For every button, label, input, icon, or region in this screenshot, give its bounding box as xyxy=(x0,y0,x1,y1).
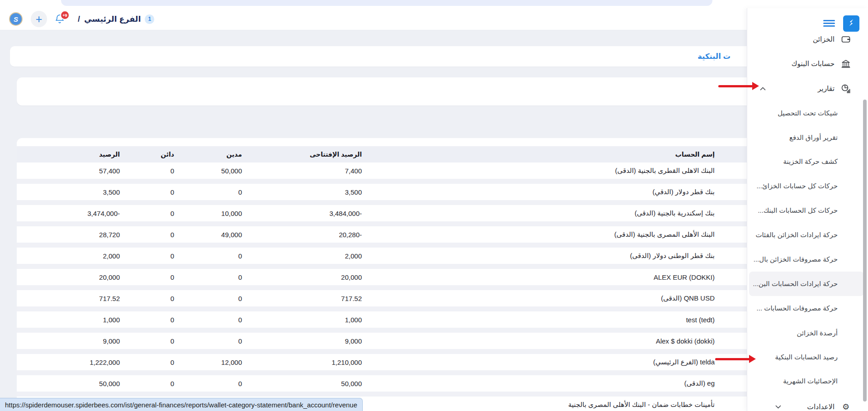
cell-account-name: test (tedt) xyxy=(362,316,754,324)
cell-opening-balance: 3,500 xyxy=(242,188,362,196)
cell-debit: 12,000 xyxy=(174,358,242,366)
cell-balance: 28,720 xyxy=(17,231,120,239)
sidebar-item-label: حسابات البنوك xyxy=(792,60,835,68)
table-row[interactable]: 1,222,000012,0001,210,000telda (الفرع ال… xyxy=(17,354,754,370)
breadcrumb-branch-label: الفرع الرئيسي xyxy=(84,14,141,24)
cell-opening-balance: 3,484,000- xyxy=(242,210,362,217)
cell-debit: 0 xyxy=(174,337,242,345)
chevron-down-icon xyxy=(775,405,781,409)
table-row[interactable]: 50,0000050,000eg (الدقى) xyxy=(17,375,754,392)
cell-debit: 0 xyxy=(174,188,242,196)
sidebar-item-14[interactable]: رصيد الحسابات البنكية xyxy=(747,345,868,369)
sidebar-item-2[interactable]: حسابات البنوك xyxy=(747,52,868,76)
cell-credit: 0 xyxy=(120,380,174,387)
branch-count-badge: 1 xyxy=(145,14,154,24)
sidebar-item-12[interactable]: حركة مصروفات الحسابات ... xyxy=(747,296,868,320)
sidebar-item-label: الاعدادات xyxy=(807,403,835,411)
cell-account-name: ALEX EUR (DOKKI) xyxy=(362,273,754,281)
bank-icon xyxy=(841,59,851,69)
sidebar-item-13[interactable]: أرصدة الخزائن xyxy=(747,321,868,345)
cell-opening-balance: 717.52 xyxy=(242,295,362,302)
column-header-opening-balance: الرصيد الإفتتاحى xyxy=(242,151,362,158)
cell-credit: 0 xyxy=(120,358,174,366)
sidebar-item-8[interactable]: حركات كل الحسابات البنك... xyxy=(747,198,868,223)
cell-debit: 0 xyxy=(174,252,242,260)
scrollbar-thumb[interactable] xyxy=(863,100,867,401)
table-row[interactable]: 2,000002,000بنك قطر الوطنى دولار (الدقى) xyxy=(17,248,754,264)
sidebar-item-label: الخزائن xyxy=(813,35,835,43)
table-row[interactable]: 20,0000020,000ALEX EUR (DOKKI) xyxy=(17,269,754,285)
sidebar-item-6[interactable]: كشف حركة الخزينة xyxy=(747,149,868,174)
cell-credit: 0 xyxy=(120,273,174,281)
column-header-debit: مدين xyxy=(174,151,242,158)
cell-account-name: telda (الفرع الرئيسي) xyxy=(362,358,754,366)
sidebar-item-label: تقرير أوراق الدفع xyxy=(789,134,838,142)
cell-credit: 0 xyxy=(120,231,174,239)
breadcrumb-separator: / xyxy=(78,14,80,24)
sidebar-item-16[interactable]: ⚙الاعدادات xyxy=(747,395,868,411)
sidebar-item-9[interactable]: حركة ايرادات الخزائن بالفئات xyxy=(747,223,868,247)
table-row[interactable]: 717.5200717.52QNB USD (الدقى) xyxy=(17,290,754,306)
cell-credit: 0 xyxy=(120,167,174,175)
sidebar-item-label: تقارير xyxy=(818,85,835,93)
table-row[interactable]: 3,474,000-010,0003,484,000-بنك إسكندرية … xyxy=(17,205,754,221)
table-row[interactable]: 3,500003,500بنك قطر دولار (الدقي) xyxy=(17,184,754,200)
cell-debit: 0 xyxy=(174,295,242,302)
cell-credit: 0 xyxy=(120,295,174,302)
notifications-badge: +9 xyxy=(60,10,70,20)
status-url-tooltip: https://spiderdemouser.spiderbees.com/is… xyxy=(0,398,363,411)
cell-balance: 50,000 xyxy=(17,380,120,387)
sidebar-item-7[interactable]: حركات كل حسابات الخزائ... xyxy=(747,174,868,198)
column-header-credit: دائن xyxy=(120,151,174,158)
cell-balance: 20,000 xyxy=(17,273,120,281)
sidebar-item-label: الإحصائيات الشهرية xyxy=(783,377,838,385)
cell-debit: 0 xyxy=(174,380,242,387)
add-button[interactable]: + xyxy=(31,11,47,27)
report-table-card: الرصيد دائن مدين الرصيد الإفتتاحى إسم ال… xyxy=(17,138,754,411)
cell-balance: 3,474,000- xyxy=(17,210,120,217)
cell-account-name: QNB USD (الدقى) xyxy=(362,294,754,302)
cell-credit: 0 xyxy=(120,210,174,217)
cell-credit: 0 xyxy=(120,188,174,196)
sidebar-item-label: رصيد الحسابات البنكية xyxy=(775,353,838,361)
table-card-top xyxy=(17,138,754,146)
table-row[interactable]: 1,000001,000test (tedt) xyxy=(17,311,754,328)
cell-balance: 1,222,000 xyxy=(17,358,120,366)
sidebar-item-label: حركة مصروفات الخزائن بال... xyxy=(754,255,838,263)
gear-icon: ⚙ xyxy=(841,402,851,411)
annotation-arrow-bank-balance xyxy=(715,355,756,363)
sidebar-item-4[interactable]: شيكات تحت التحصيل xyxy=(747,101,868,125)
sidebar-item-1[interactable]: الخزائن xyxy=(747,27,868,52)
breadcrumb[interactable]: 1 الفرع الرئيسي / xyxy=(78,14,154,24)
page-title: ت البنكية xyxy=(697,46,730,67)
sidebar-item-label: شيكات تحت التحصيل xyxy=(778,109,838,117)
table-body: 57,400050,0007,400البنك الاهلى القطرى با… xyxy=(17,162,754,411)
notifications-button[interactable]: +9 xyxy=(54,13,65,25)
sidebar-item-10[interactable]: حركة مصروفات الخزائن بال... xyxy=(747,247,868,272)
cell-credit: 0 xyxy=(120,252,174,260)
table-row[interactable]: 57,400050,0007,400البنك الاهلى القطرى با… xyxy=(17,162,754,179)
cell-balance: 9,000 xyxy=(17,337,120,345)
cell-debit: 0 xyxy=(174,273,242,281)
cell-credit: 0 xyxy=(120,316,174,324)
cell-opening-balance: 20,280- xyxy=(242,231,362,239)
table-row[interactable]: 28,720049,00020,280-البنك الأهلى المصرى … xyxy=(17,226,754,243)
table-row[interactable]: 9,000009,000Alex $ dokki (dokki) xyxy=(17,333,754,349)
sidebar-item-label: حركات كل حسابات الخزائ... xyxy=(756,182,838,190)
sidebar: الخزائنحسابات البنوكتقاريرشيكات تحت التح… xyxy=(747,8,868,411)
cell-account-name: eg (الدقى) xyxy=(362,379,754,387)
sidebar-item-11[interactable]: حركة ايرادات الحسابات البن... xyxy=(749,272,864,296)
table-header-row: الرصيد دائن مدين الرصيد الإفتتاحى إسم ال… xyxy=(17,146,754,162)
sidebar-item-label: كشف حركة الخزينة xyxy=(783,158,838,166)
sidebar-item-5[interactable]: تقرير أوراق الدفع xyxy=(747,125,868,150)
cell-account-name: تأمينات خطابات ضمان - البنك الأهلى المصر… xyxy=(362,401,754,409)
cell-balance: 1,000 xyxy=(17,316,120,324)
brand-logo-letter: S xyxy=(14,15,18,23)
sidebar-item-3[interactable]: تقارير xyxy=(747,76,868,101)
browser-chrome-strip xyxy=(0,0,868,9)
brand-logo-circle[interactable]: S xyxy=(9,12,23,26)
browser-omnibox-fragment xyxy=(61,0,712,6)
cell-opening-balance: 9,000 xyxy=(242,337,362,345)
sidebar-item-15[interactable]: الإحصائيات الشهرية xyxy=(747,369,868,393)
cell-account-name: بنك إسكندرية بالجنية (الدقى) xyxy=(362,209,754,217)
